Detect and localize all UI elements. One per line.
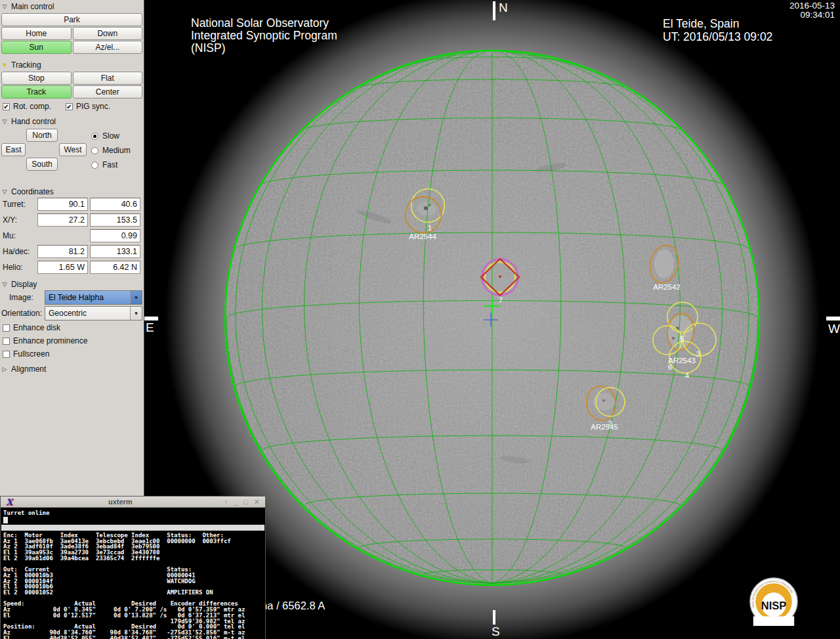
compass-west: W [828, 322, 840, 336]
compass-east: E [146, 320, 154, 335]
collapse-open-icon: ▽ [1, 118, 8, 125]
rollup-icon[interactable]: ↑ [224, 498, 228, 506]
ar2544-label: AR2544 [409, 232, 436, 240]
fullscreen-checkbox[interactable]: Fullscreen [3, 349, 144, 359]
pig-sync-checkbox[interactable]: ✔ PIG sync. [66, 102, 110, 111]
west-tick [826, 317, 840, 320]
alignment-header[interactable]: ▷ Alignment [0, 363, 144, 375]
collapse-open-icon: ▽ [1, 3, 8, 10]
collapse-open-icon: ▽ [1, 281, 8, 288]
marker-1-label: 1 [428, 224, 432, 232]
east-button[interactable]: East [1, 143, 26, 156]
rot-comp-checkbox[interactable]: ✔ Rot. comp. [3, 102, 51, 111]
west-button[interactable]: West [59, 143, 87, 156]
speed-medium-radio[interactable]: Medium [91, 146, 131, 155]
tracking-header[interactable]: ▼ Tracking [0, 58, 144, 71]
hand-control-pad: North East West South Slow Medium Fast [0, 127, 144, 185]
terminal-body[interactable]: Turret online Enc: Motor Index Telescope… [1, 508, 265, 639]
observatory-title-line3: (NISP) [191, 42, 337, 55]
turret-label: Turret: [1, 200, 37, 209]
flat-button[interactable]: Flat [73, 72, 143, 85]
xy-label: X/Y: [1, 215, 37, 225]
terminal-output: Enc: Motor Index Telescope Index Status:… [3, 533, 245, 639]
center-button[interactable]: Center [73, 85, 143, 99]
speed-slow-radio[interactable]: Slow [91, 131, 119, 141]
speed-fast-radio[interactable]: Fast [91, 160, 117, 169]
radio-icon [91, 147, 98, 154]
nisp-logo: NSO INTEGRATED SYNOPTIC PROGRAM NISP [748, 576, 799, 627]
speed-fast-label: Fast [102, 160, 117, 169]
south-tick [493, 610, 495, 625]
maximize-icon[interactable]: □ [243, 498, 248, 506]
enhance-disk-label: Enhance disk [13, 323, 60, 332]
image-select-value: El Teide Halpha [45, 291, 130, 304]
hand-control-title: Hand control [11, 117, 56, 126]
marker-3-label: 3 [696, 350, 700, 358]
application-window: 1 AR2544 7 AR2542 5 3 AR2543 6 4 AR2545 … [0, 0, 840, 639]
marker-7-label: 7 [499, 296, 503, 304]
mu-label: Mu: [1, 231, 37, 240]
observatory-title-line2: Integrated Synoptic Program [191, 30, 337, 42]
north-tick [493, 1, 495, 20]
enhance-prominence-label: Enhance prominence [13, 336, 87, 345]
ha-field[interactable]: 81.2 [37, 245, 88, 258]
north-button[interactable]: North [26, 129, 58, 142]
sun-button[interactable]: Sun [1, 41, 72, 54]
enhance-prominence-checkbox[interactable]: Enhance prominence [3, 336, 144, 345]
checkbox-checked-icon: ✔ [3, 103, 10, 110]
compass-south: S [492, 625, 500, 639]
dropdown-arrow-icon: ▼ [130, 307, 142, 320]
orientation-label: Orientation: [1, 309, 45, 318]
display-title: Display [11, 280, 37, 289]
stop-button[interactable]: Stop [1, 72, 72, 85]
speed-slow-label: Slow [102, 131, 119, 141]
enhance-disk-checkbox[interactable]: Enhance disk [3, 323, 144, 332]
marker-2-label: 2 [608, 420, 612, 428]
azel-button[interactable]: Az/el... [73, 41, 143, 54]
ar2543-label: AR2543 [668, 357, 696, 364]
checkbox-unchecked-icon [3, 338, 10, 345]
marker-6-label: 6 [668, 363, 672, 371]
home-button[interactable]: Home [1, 27, 72, 40]
image-select[interactable]: El Teide Halpha ▼ [45, 290, 142, 305]
rot-comp-label: Rot. comp. [13, 102, 51, 111]
uxterm-titlebar[interactable]: X uxterm ↑ _ □ ✕ [1, 496, 265, 508]
uxterm-title: uxterm [16, 498, 224, 506]
orientation-select[interactable]: Geocentric ▼ [45, 306, 142, 320]
ut-time: UT: 2016/05/13 09:02 [663, 30, 772, 43]
terminal-input-bar [1, 525, 264, 531]
down-button[interactable]: Down [73, 27, 143, 40]
radio-selected-icon [91, 133, 98, 140]
hand-control-header[interactable]: ▽ Hand control [0, 115, 144, 127]
park-button[interactable]: Park [1, 13, 142, 26]
turret-az-field[interactable]: 90.1 [37, 198, 88, 211]
coordinates-header[interactable]: ▽ Coordinates [0, 185, 144, 198]
ar2545-label: AR2545 [591, 423, 618, 431]
pig-sync-label: PIG sync. [76, 102, 110, 111]
clock-time: 09:34:01 [789, 11, 835, 20]
close-icon[interactable]: ✕ [254, 498, 260, 506]
helio-ew-field[interactable]: 1.65 W [37, 261, 88, 274]
ar2542-label: AR2542 [653, 283, 681, 291]
site-name: El Teide, Spain [663, 17, 772, 30]
minimize-icon[interactable]: _ [234, 498, 238, 506]
observatory-title: National Solar Observatory Integrated Sy… [191, 17, 337, 55]
x-field[interactable]: 27.2 [37, 213, 88, 227]
checkbox-checked-icon: ✔ [66, 103, 73, 110]
south-button[interactable]: South [26, 158, 58, 171]
clock-date: 2016-05-13 [789, 1, 835, 11]
dec-field[interactable]: 133.1 [90, 245, 140, 258]
local-clock: 2016-05-13 09:34:01 [789, 1, 835, 20]
turret-el-field[interactable]: 40.6 [90, 198, 140, 211]
dropdown-arrow-icon: ▼ [130, 291, 142, 304]
helio-ns-field[interactable]: 6.42 N [90, 261, 140, 274]
wavelength-label: ha / 6562.8 A [261, 600, 325, 612]
speed-medium-label: Medium [102, 146, 131, 155]
track-button[interactable]: Track [1, 85, 72, 99]
hadec-label: Ha/dec: [1, 247, 37, 256]
main-control-header[interactable]: ▽ Main control [0, 0, 144, 12]
mu-field[interactable]: 0.99 [90, 229, 140, 242]
display-header[interactable]: ▽ Display [0, 278, 144, 290]
y-field[interactable]: 153.5 [90, 213, 140, 227]
image-label: Image: [1, 293, 45, 302]
